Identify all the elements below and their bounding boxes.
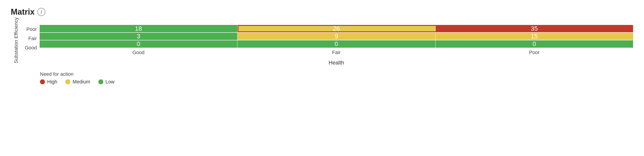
cell-poor-good[interactable]: 18 (40, 25, 238, 32)
cell-good-good[interactable]: 0 (40, 40, 238, 48)
page-container: Matrix i Substation Efficiency Poor Fair… (0, 0, 644, 156)
cell-good-poor[interactable]: 0 (436, 40, 633, 48)
legend-label-low: Low (106, 79, 114, 85)
y-axis-ticks: Poor Fair Good (22, 25, 40, 66)
low-dot (98, 79, 103, 84)
y-axis-label: Substation Efficiency (13, 27, 19, 63)
y-tick-fair: Fair (22, 34, 40, 43)
legend-label-high: High (47, 79, 57, 85)
grid-row-poor: 18 26 35 (40, 25, 633, 33)
x-axis-ticks: Good Fair Poor (40, 50, 633, 58)
page-title: Matrix (11, 7, 34, 17)
y-tick-good: Good (22, 43, 40, 52)
x-axis-label: Health (40, 59, 633, 66)
grid-row-fair: 3 9 15 (40, 33, 633, 40)
matrix-grid: 18 26 35 3 (40, 25, 633, 48)
legend-item-medium: Medium (65, 79, 90, 85)
cell-fair-poor[interactable]: 15 (436, 33, 633, 40)
cell-poor-fair[interactable]: 26 (238, 25, 436, 32)
cell-fair-good[interactable]: 3 (40, 33, 238, 40)
cell-poor-poor[interactable]: 35 (436, 25, 633, 32)
title-row: Matrix i (11, 7, 633, 17)
legend-item-high: High (40, 79, 57, 85)
grid-wrapper: 18 26 35 3 (40, 25, 633, 48)
high-dot (40, 79, 45, 84)
y-axis-label-container: Substation Efficiency (11, 25, 22, 66)
x-tick-good: Good (40, 50, 237, 58)
legend-item-low: Low (98, 79, 114, 85)
grid-and-x: 18 26 35 3 (40, 25, 633, 66)
cell-good-fair[interactable]: 0 (238, 40, 436, 48)
medium-dot (65, 79, 70, 84)
legend-items: High Medium Low (40, 79, 633, 85)
info-icon[interactable]: i (37, 8, 45, 16)
grid-row-good: 0 0 0 (40, 40, 633, 48)
y-tick-poor: Poor (22, 25, 40, 34)
legend-title: Need for action (40, 71, 633, 77)
legend-label-medium: Medium (72, 79, 90, 85)
cell-fair-fair[interactable]: 9 (238, 33, 436, 40)
legend-area: Need for action High Medium Low (11, 71, 633, 85)
chart-area: Substation Efficiency Poor Fair Good 18 … (11, 25, 633, 66)
x-tick-poor: Poor (436, 50, 633, 58)
x-tick-fair: Fair (237, 50, 435, 58)
